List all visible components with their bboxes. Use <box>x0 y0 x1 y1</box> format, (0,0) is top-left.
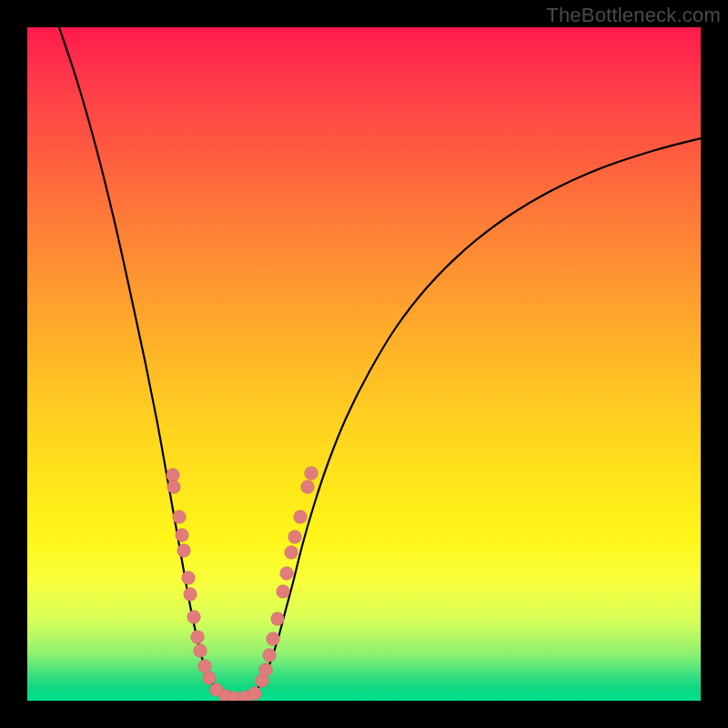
data-point <box>285 546 298 560</box>
watermark-text: TheBottleneck.com <box>546 4 721 27</box>
data-point <box>194 644 207 658</box>
data-point <box>187 611 201 624</box>
data-dots <box>167 467 318 702</box>
data-point <box>305 467 318 480</box>
data-point <box>167 469 180 482</box>
data-point <box>280 567 294 581</box>
data-point <box>173 511 187 524</box>
data-point <box>203 672 217 685</box>
data-point <box>248 687 262 701</box>
data-point <box>301 480 315 494</box>
data-point <box>177 544 191 558</box>
bottleneck-curve <box>59 27 701 699</box>
data-point <box>182 571 196 585</box>
data-point <box>277 585 290 599</box>
data-point <box>259 663 273 677</box>
data-point <box>267 632 280 646</box>
data-point <box>263 649 277 662</box>
data-point <box>191 631 205 644</box>
data-point <box>176 529 189 542</box>
data-point <box>184 588 197 602</box>
bottleneck-plot <box>27 27 701 701</box>
data-point <box>198 660 212 673</box>
data-point <box>294 511 308 524</box>
data-point <box>167 480 181 494</box>
chart-frame <box>27 27 701 701</box>
data-point <box>288 531 302 544</box>
data-point <box>271 612 285 626</box>
